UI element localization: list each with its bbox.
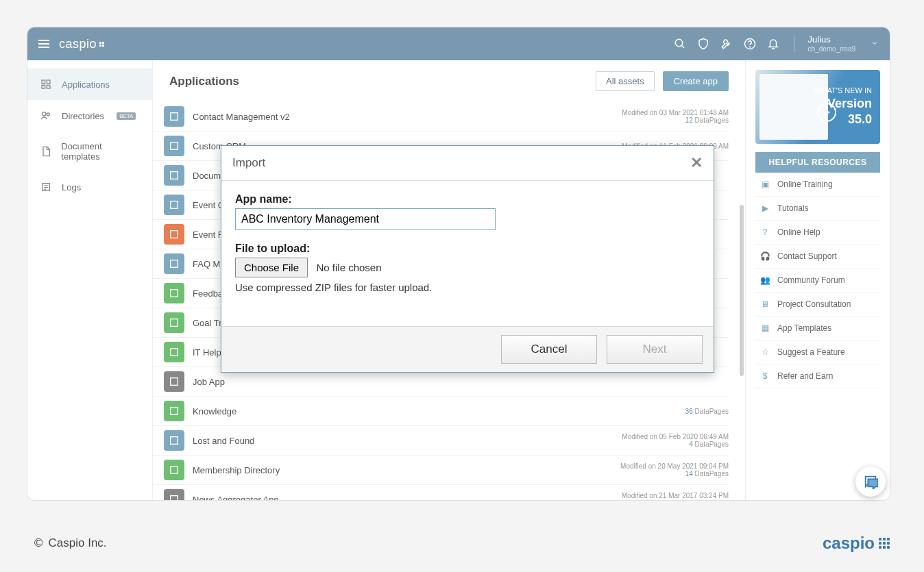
app-icon [164,489,184,500]
promo-banner[interactable]: WHAT'S NEW IN Version 35.0 [755,70,880,144]
create-app-button[interactable]: Create app [663,71,729,91]
app-name-input[interactable] [235,208,496,230]
svg-rect-4 [42,80,45,84]
svg-rect-7 [47,85,50,88]
help-icon[interactable] [743,37,757,51]
sidebar-item-logs[interactable]: Logs [27,171,152,203]
app-datapages: 14 DataPages [620,470,729,477]
svg-rect-5 [47,80,50,84]
svg-point-0 [675,39,683,47]
resource-icon: 👥 [759,275,770,286]
app-row[interactable]: Lost and Found Modified on 05 Feb 2020 0… [153,426,729,456]
cancel-button[interactable]: Cancel [501,335,597,364]
bell-icon[interactable] [766,37,780,51]
sidebar-item-label: Directories [62,111,104,121]
app-icon [164,253,184,274]
app-row[interactable]: Knowledge 36 DataPages [153,397,729,426]
page-title: Applications [169,75,587,88]
sidebar-item-document-templates[interactable]: Document templates [27,132,152,171]
resource-label: Online Help [777,227,820,237]
resource-icon: $ [759,371,770,382]
resource-item[interactable]: ▣Online Training [755,173,880,197]
choose-file-button[interactable]: Choose File [235,258,308,277]
app-datapages: 12 DataPages [622,116,729,124]
resource-label: App Templates [777,323,831,333]
resource-item[interactable]: ☆Suggest a Feature [755,340,880,364]
svg-rect-18 [171,231,178,238]
resource-item[interactable]: 👥Community Forum [755,269,880,293]
user-menu[interactable]: Julius cb_demo_rma9 [808,35,855,52]
chat-button[interactable] [855,467,886,497]
all-assets-button[interactable]: All assets [596,71,655,91]
resource-item[interactable]: $Refer and Earn [755,364,880,388]
resource-item[interactable]: 🎧Contact Support [755,245,880,269]
svg-rect-23 [171,378,178,386]
file-upload-label: File to upload: [235,243,700,255]
app-row[interactable]: Membership Directory Modified on 20 May … [153,456,729,485]
app-name: Contact Management v2 [193,112,290,122]
resource-label: Community Forum [777,275,845,285]
file-status: No file chosen [317,262,382,273]
app-name-label: App name: [235,193,700,206]
app-row[interactable]: Contact Management v2 Modified on 03 Mar… [153,102,729,132]
app-datapages: 36 DataPages [685,408,729,415]
resource-icon: ▣ [759,179,770,190]
resource-label: Refer and Earn [777,371,833,381]
footer-logo: caspio [823,534,890,553]
resource-label: Suggest a Feature [777,347,845,357]
resource-icon: ? [759,227,770,238]
app-name: Lost and Found [193,436,254,446]
company-name: Caspio Inc. [49,536,107,550]
svg-point-8 [42,112,46,116]
chevron-down-icon[interactable] [871,38,879,50]
svg-rect-19 [171,260,178,268]
app-icon [164,195,184,215]
svg-rect-16 [171,172,178,179]
app-name: Event C [193,200,224,210]
app-icon [164,460,184,480]
resource-item[interactable]: ▶Tutorials [755,197,880,221]
app-modified: Modified on 21 Mar 2017 03:24 PM [622,492,729,499]
logs-icon [40,181,52,193]
app-icon [164,106,184,127]
svg-rect-27 [171,496,178,500]
sidebar-item-label: Document templates [61,141,140,162]
close-icon[interactable]: ✕ [690,154,703,172]
resource-icon: 🖥 [759,299,770,310]
user-name: Julius [808,35,855,45]
resource-label: Contact Support [777,251,837,261]
svg-rect-20 [171,290,178,297]
app-icon [164,430,184,451]
sidebar-item-applications[interactable]: Applications [27,69,152,100]
modal-title: Import [232,156,265,170]
svg-rect-14 [171,113,178,121]
next-button[interactable]: Next [607,335,703,364]
resource-item[interactable]: ▦App Templates [755,316,880,340]
app-datapages: 5 DataPages [622,499,729,500]
users-icon [40,110,52,122]
sidebar-item-label: Logs [62,182,81,192]
app-row[interactable]: News Aggregator App Modified on 21 Mar 2… [153,485,729,500]
wrench-icon[interactable] [720,37,733,51]
sidebar-item-label: Applications [62,79,110,90]
app-name: Event R [193,229,224,240]
scrollbar[interactable] [740,205,744,376]
menu-icon[interactable] [38,40,49,48]
app-icon [164,136,184,156]
sidebar: Applications Directories BETA Document t… [27,60,152,500]
resource-item[interactable]: ?Online Help [755,221,880,245]
app-icon [164,283,184,303]
search-icon[interactable] [673,37,687,51]
svg-line-1 [681,45,684,48]
shield-icon[interactable] [696,37,710,51]
resource-label: Online Training [777,179,833,189]
apps-icon [40,78,52,90]
resource-item[interactable]: 🖥Project Consultation [755,293,880,316]
document-icon [40,145,51,158]
resource-label: Tutorials [777,203,809,213]
app-modified: Modified on 03 Mar 2021 01:48 AM [622,109,729,116]
app-name: Job App [193,377,225,387]
app-icon [164,165,184,186]
sidebar-item-directories[interactable]: Directories BETA [27,100,152,132]
app-icon [164,312,184,333]
